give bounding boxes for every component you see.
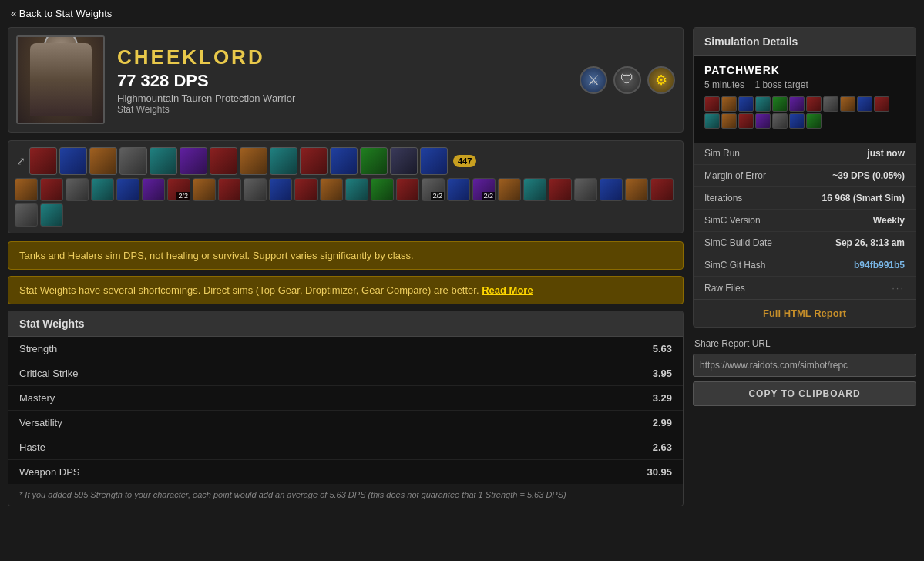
wow-icon[interactable]: ⚔ <box>580 66 607 94</box>
sec-spell-27[interactable] <box>15 203 38 227</box>
spell-icon-4[interactable] <box>119 147 147 175</box>
sim-icon-1[interactable] <box>704 96 720 112</box>
left-column: CHEEKLORD 77 328 DPS Highmountain Tauren… <box>8 27 684 506</box>
stat-warning-prefix: Stat Weights have several shortcomings. … <box>19 284 482 296</box>
sim-icon-13[interactable] <box>721 113 737 129</box>
sim-icon-8[interactable] <box>823 96 838 112</box>
character-type: Stat Weights <box>117 104 567 115</box>
sec-spell-11[interactable] <box>269 178 292 201</box>
sec-spell-4[interactable] <box>91 178 114 201</box>
stat-strength-value: 5.63 <box>653 343 672 354</box>
sec-spell-12[interactable] <box>294 178 318 201</box>
share-label: Share Report URL <box>693 338 916 349</box>
sec-spell-10[interactable] <box>244 178 267 201</box>
spell-icon-6[interactable] <box>180 147 207 175</box>
guild-icon[interactable]: 🛡 <box>613 66 641 94</box>
sec-spell-7[interactable]: 2/2 <box>167 178 190 201</box>
sec-spell-26[interactable] <box>650 178 674 201</box>
sec-spell-28[interactable] <box>40 203 63 227</box>
spell-icon-1[interactable] <box>29 147 57 175</box>
simc-build-label: SimC Build Date <box>704 237 772 248</box>
sec-spell-23[interactable] <box>574 178 597 201</box>
spell-icon-11[interactable] <box>330 147 358 175</box>
expand-icon[interactable]: ⤢ <box>15 153 27 169</box>
share-url-input[interactable] <box>693 354 916 377</box>
sec-spell-18[interactable] <box>447 178 470 201</box>
sec-spell-8[interactable] <box>193 178 216 201</box>
stat-strength-name: Strength <box>19 343 57 354</box>
gear-icon[interactable]: ⚙ <box>647 66 675 94</box>
full-html-report-link[interactable]: Full HTML Report <box>763 307 846 319</box>
spell-icon-7[interactable] <box>210 147 237 175</box>
margin-error-value: ~39 DPS (0.05%) <box>832 170 905 181</box>
sec-spell-21[interactable] <box>523 178 546 201</box>
spell-rows: ⤢ 447 <box>8 140 684 233</box>
sim-icon-4[interactable] <box>755 96 771 112</box>
sim-icon-5[interactable] <box>772 96 788 112</box>
spell-icon-5[interactable] <box>150 147 177 175</box>
sim-icon-2[interactable] <box>721 96 737 112</box>
spell-icon-13[interactable] <box>390 147 418 175</box>
stat-row-crit: Critical Strike 3.95 <box>8 361 683 386</box>
sim-icon-6[interactable] <box>789 96 805 112</box>
stat-weights-header: Stat Weights <box>8 311 683 337</box>
sec-spell-19[interactable]: 2/2 <box>472 178 496 201</box>
right-column: Simulation Details PATCHWERK 5 minutes 1… <box>693 27 916 506</box>
sec-spell-5[interactable] <box>116 178 139 201</box>
ilvl-badge: 447 <box>453 155 476 167</box>
stat-crit-value: 3.95 <box>653 368 672 379</box>
share-section: Share Report URL COPY TO CLIPBOARD <box>693 338 916 406</box>
spell-icon-14[interactable] <box>420 147 448 175</box>
sim-details-rows: Sim Run just now Margin of Error ~39 DPS… <box>694 143 916 299</box>
iterations-value: 16 968 (Smart Sim) <box>822 193 905 203</box>
sec-spell-9[interactable] <box>218 178 241 201</box>
patchwerk-duration: 5 minutes <box>704 79 744 90</box>
sim-icon-12[interactable] <box>704 113 720 129</box>
stat-row-weapon-dps: Weapon DPS 30.95 <box>8 460 683 484</box>
spell-row-main: ⤢ 447 <box>15 147 677 175</box>
stat-row-mastery: Mastery 3.29 <box>8 386 683 411</box>
sec-spell-15[interactable] <box>371 178 394 201</box>
sec-spell-24[interactable] <box>600 178 623 201</box>
read-more-link[interactable]: Read More <box>482 284 533 296</box>
sec-spell-20[interactable] <box>498 178 521 201</box>
sec-spell-16[interactable] <box>396 178 419 201</box>
copy-to-clipboard-button[interactable]: COPY TO CLIPBOARD <box>693 381 916 406</box>
character-game-icons: ⚔ 🛡 ⚙ <box>580 66 675 94</box>
sim-icon-16[interactable] <box>772 113 788 129</box>
patchwerk-section: PATCHWERK 5 minutes 1 boss target <box>694 56 916 143</box>
spell-icon-12[interactable] <box>360 147 388 175</box>
simc-hash-value[interactable]: b94fb991b5 <box>854 260 905 270</box>
back-link[interactable]: « Back to Stat Weights <box>0 0 123 27</box>
sim-icon-14[interactable] <box>738 113 754 129</box>
spell-icon-10[interactable] <box>300 147 328 175</box>
sim-icon-9[interactable] <box>840 96 855 112</box>
sim-icon-18[interactable] <box>806 113 822 129</box>
sec-spell-25[interactable] <box>625 178 648 201</box>
stat-weights-section: Stat Weights Strength 5.63 Critical Stri… <box>8 311 684 506</box>
spell-icon-2[interactable] <box>59 147 87 175</box>
spell-icon-8[interactable] <box>240 147 267 175</box>
sim-run-label: Sim Run <box>704 148 740 159</box>
sim-icon-17[interactable] <box>789 113 805 129</box>
spell-icon-9[interactable] <box>270 147 297 175</box>
sim-icon-11[interactable] <box>874 96 889 112</box>
sim-icon-3[interactable] <box>738 96 754 112</box>
simulation-details: Simulation Details PATCHWERK 5 minutes 1… <box>693 27 916 328</box>
sec-spell-6[interactable] <box>142 178 165 201</box>
spell-icon-3[interactable] <box>89 147 117 175</box>
sec-spell-3[interactable] <box>66 178 89 201</box>
sim-icon-10[interactable] <box>857 96 872 112</box>
sim-icon-15[interactable] <box>755 113 771 129</box>
sec-spell-13[interactable] <box>320 178 343 201</box>
stat-weapon-dps-name: Weapon DPS <box>19 466 80 478</box>
sec-spell-14[interactable] <box>345 178 368 201</box>
raw-files-dots[interactable]: ··· <box>892 282 905 294</box>
sec-spell-2[interactable] <box>40 178 63 201</box>
sec-spell-1[interactable] <box>15 178 38 201</box>
sec-spell-17[interactable]: 2/2 <box>422 178 445 201</box>
stat-versatility-name: Versatility <box>19 417 62 428</box>
sec-spell-22[interactable] <box>549 178 572 201</box>
sim-icon-7[interactable] <box>806 96 822 112</box>
stat-mastery-name: Mastery <box>19 392 55 404</box>
